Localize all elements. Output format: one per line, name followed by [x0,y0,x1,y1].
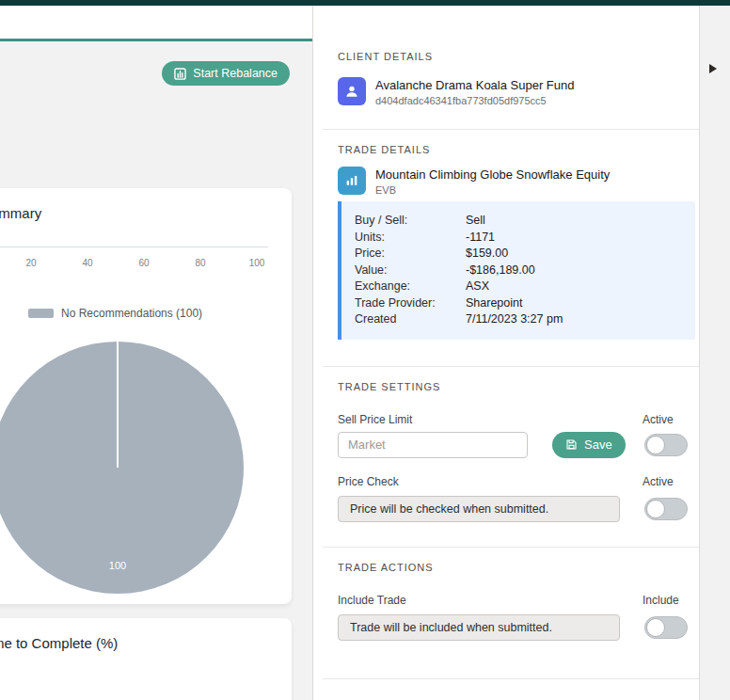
trade-field-row: Exchange:ASX [355,278,682,295]
rebalance-panel: Start Rebalance Summary 20 40 60 80 100 … [0,6,312,700]
save-button-label: Save [584,438,612,452]
axis-tick: 60 [138,245,149,268]
client-details-heading: CLIENT DETAILS [338,51,688,62]
trade-field-row: Trade Provider:Sharepoint [355,295,682,312]
legend-label: No Recommendations (100) [61,307,202,320]
start-rebalance-label: Start Rebalance [193,67,278,80]
include-label: Include [643,594,688,607]
trade-field-row: Price:$159.00 [355,246,682,262]
trade-field-row: Buy / Sell:Sell [355,213,682,230]
sell-price-limit-controls: Save [338,432,688,458]
price-check-row: Price will be checked when submitted. [338,496,688,522]
left-tab-bar [0,6,312,41]
pie-slice-divider [117,342,119,468]
trade-field-row: Units:-1171 [355,230,682,247]
price-check-label: Price Check [338,475,399,488]
client-id: d404dfadc46341fba773fd05df975cc5 [375,95,575,106]
trade-field-row: Value:-$186,189.00 [355,262,682,279]
security-code: EVB [375,184,610,196]
client-name: Avalanche Drama Koala Super Fund [375,78,575,92]
price-check-label-row: Price Check Active [338,475,688,488]
axis-tick: 80 [195,245,205,268]
summary-card-title: Summary [0,188,292,221]
chart-legend: No Recommendations (100) [28,307,202,320]
client-user-icon [338,77,366,105]
client-record-row[interactable]: Avalanche Drama Koala Super Fund d404dfa… [338,77,688,106]
equity-chart-icon [338,167,366,195]
rebalance-icon [174,68,186,80]
legend-swatch [28,309,54,318]
sell-price-limit-label: Sell Price Limit [338,413,412,426]
trade-settings-heading: TRADE SETTINGS [338,381,688,392]
time-to-complete-card: Time to Complete (%) [0,618,292,700]
price-check-active-label: Active [643,475,688,488]
sell-active-toggle[interactable] [644,434,688,456]
include-trade-label-row: Include Trade Include [338,594,688,607]
save-icon [565,438,578,451]
include-trade-toggle[interactable] [644,616,688,639]
security-name: Mountain Climbing Globe Snowflake Equity [375,167,610,182]
trade-summary-box: Buy / Sell:Sell Units:-1171 Price:$159.0… [338,201,695,340]
bar-chart-x-axis: 20 40 60 80 100 [0,247,268,247]
divider [323,366,699,367]
pie-chart: 100 [0,342,244,594]
divider [323,129,699,130]
trade-detail-panel: CLIENT DETAILS Avalanche Drama Koala Sup… [312,6,700,700]
sell-price-limit-label-row: Sell Price Limit Active [338,413,688,426]
include-trade-row: Trade will be included when submitted. [338,614,688,641]
trade-details-heading: TRADE DETAILS [338,144,688,155]
price-check-message: Price will be checked when submitted. [338,496,620,522]
price-check-toggle[interactable] [644,498,688,520]
toggle-knob [646,500,665,518]
security-record-row[interactable]: Mountain Climbing Globe Snowflake Equity… [338,167,688,196]
trade-field-row: Created7/11/2023 3:27 pm [355,311,682,328]
start-rebalance-button[interactable]: Start Rebalance [162,61,290,86]
axis-tick: 100 [249,245,265,268]
include-trade-message: Trade will be included when submitted. [338,614,620,641]
pie-data-label: 100 [0,560,244,571]
summary-card: Summary 20 40 60 80 100 No Recommendatio… [0,188,292,604]
trade-actions-heading: TRADE ACTIONS [338,562,688,573]
axis-tick: 40 [82,245,92,268]
collapse-panel-arrow-icon[interactable] [709,64,717,73]
toggle-knob [646,436,665,454]
time-to-complete-title: Time to Complete (%) [0,618,292,651]
toggle-knob [646,618,665,637]
save-button[interactable]: Save [552,432,626,458]
divider [323,547,699,548]
include-trade-label: Include Trade [338,594,406,607]
sell-active-label: Active [643,413,688,426]
divider [323,678,699,679]
axis-tick: 20 [25,245,36,268]
rebalance-content: Start Rebalance Summary 20 40 60 80 100 … [0,41,312,697]
sell-price-limit-input[interactable] [338,432,528,458]
